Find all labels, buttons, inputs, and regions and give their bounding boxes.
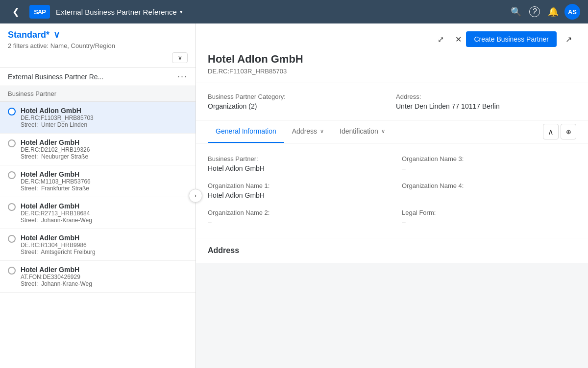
list-item-content: Hotel Adler GmbH DE.RC:M1103_HRB53766 St…: [21, 170, 188, 192]
left-panel-header: Standard* ∨ 2 filters active: Name, Coun…: [0, 23, 196, 68]
content-field-3: Organization Name 4: –: [402, 182, 576, 199]
list-item-content: Hotel Adler GmbH DE.RC:R2713_HRB18684 St…: [21, 202, 188, 224]
detail-header: ⤢ ✕ Hotel Adlon GmbH DE.RC:F1103R_HRB857…: [196, 23, 588, 83]
list-item-name: Hotel Adler GmbH: [21, 234, 188, 242]
list-item-street: Street: Neuburger Straße: [21, 153, 188, 160]
tabs-up-icon-button[interactable]: ∧: [543, 124, 559, 139]
address-label: Address:: [396, 93, 576, 100]
field-value: –: [208, 218, 212, 226]
expand-icon-button[interactable]: ⤢: [433, 31, 448, 47]
list-container: Hotel Adlon GmbH DE.RC:F1103R_HRB85703 S…: [0, 102, 196, 368]
content-area: Business Partner: Hotel Adlon GmbH Organ…: [196, 143, 588, 238]
field-value: –: [402, 218, 406, 226]
info-grid: Business Partner Category: Organization …: [208, 93, 576, 110]
category-field: Business Partner Category: Organization …: [208, 93, 388, 110]
tab-label: General Information: [216, 127, 276, 135]
address-field: Address: Unter Den Linden 77 10117 Berli…: [396, 93, 576, 110]
list-item-content: Hotel Adler GmbH AT.FON:DE330426929 Stre…: [21, 266, 188, 287]
list-item[interactable]: Hotel Adlon GmbH DE.RC:F1103R_HRB85703 S…: [0, 102, 196, 134]
content-field-0: Business Partner: Hotel Adlon GmbH: [208, 155, 382, 172]
list-item-content: Hotel Adlon GmbH DE.RC:F1103R_HRB85703 S…: [21, 107, 188, 128]
list-item-name: Hotel Adler GmbH: [21, 170, 188, 178]
sap-logo: SAP: [29, 5, 50, 19]
field-label: Business Partner:: [208, 155, 382, 162]
list-item[interactable]: Hotel Adler GmbH DE.RC:R2713_HRB18684 St…: [0, 197, 196, 229]
list-item-id: DE.RC:M1103_HRB53766: [21, 178, 188, 185]
tabs-toolbar: General InformationAddress∨Identificatio…: [196, 120, 588, 143]
detail-actions: Create Business Partner ↗: [466, 31, 576, 47]
expand-panel-button[interactable]: ›: [189, 189, 202, 203]
list-item-name: Hotel Adler GmbH: [21, 202, 188, 210]
create-business-partner-button[interactable]: Create Business Partner: [466, 31, 557, 47]
detail-header-icons: ⤢ ✕: [208, 31, 466, 47]
radio-button[interactable]: [8, 171, 16, 179]
tab-label: Address: [292, 127, 317, 135]
tab-identification[interactable]: Identification∨: [332, 120, 393, 143]
address-value: Unter Den Linden 77 10117 Berlin: [396, 102, 500, 110]
app-title: External Business Partner Reference ▾: [56, 8, 505, 16]
filter-expand-button[interactable]: ∨: [172, 52, 188, 63]
list-header: Business Partner: [0, 86, 196, 102]
chevron-down-icon: ∨: [178, 54, 182, 61]
search-icon[interactable]: 🔍: [511, 6, 521, 17]
list-item-content: Hotel Adler GmbH DE.RC:R1304_HRB9986 Str…: [21, 234, 188, 255]
app-title-chevron-icon[interactable]: ▾: [180, 9, 183, 15]
field-value: Hotel Adlon GmbH: [208, 191, 265, 199]
radio-button[interactable]: [8, 139, 16, 147]
list-item[interactable]: Hotel Adler GmbH DE.RC:M1103_HRB53766 St…: [0, 165, 196, 197]
content-field-1: Organization Name 3: –: [402, 155, 576, 172]
close-icon-button[interactable]: ✕: [450, 31, 466, 47]
radio-button[interactable]: [8, 203, 16, 211]
radio-button[interactable]: [8, 108, 16, 115]
tabs-right-icons: ∧ ⊕: [543, 124, 576, 139]
list-item-name: Hotel Adlon GmbH: [21, 107, 188, 115]
list-item-id: DE.RC:R1304_HRB9986: [21, 242, 188, 249]
category-label: Business Partner Category:: [208, 93, 388, 100]
list-item-street: Street: Frankfurter Straße: [21, 185, 188, 192]
tab-label: Identification: [340, 127, 378, 135]
help-icon[interactable]: ?: [529, 6, 540, 17]
radio-button[interactable]: [8, 267, 16, 275]
back-icon: ❮: [12, 6, 20, 17]
field-label: Organization Name 4:: [402, 182, 576, 189]
top-navigation: ❮ SAP External Business Partner Referenc…: [0, 0, 588, 23]
back-button[interactable]: ❮: [8, 4, 24, 20]
panel-title: External Business Partner Re...: [8, 73, 173, 81]
address-section-title: Address: [208, 246, 576, 255]
list-item[interactable]: Hotel Adler GmbH AT.FON:DE330426929 Stre…: [0, 261, 196, 293]
tab-chevron-icon: ∨: [381, 128, 385, 135]
more-options-button[interactable]: ···: [177, 71, 188, 82]
tabs-section: General InformationAddress∨Identificatio…: [196, 120, 588, 143]
list-item[interactable]: Hotel Adler GmbH DE.RC:D2102_HRB19326 St…: [0, 134, 196, 165]
field-label: Legal Form:: [402, 209, 576, 216]
content-field-5: Legal Form: –: [402, 209, 576, 226]
list-item-id: AT.FON:DE330426929: [21, 274, 188, 280]
detail-subtitle: DE.RC:F1103R_HRB85703: [208, 68, 466, 75]
tab-general-information[interactable]: General Information: [208, 120, 284, 143]
content-grid: Business Partner: Hotel Adlon GmbH Organ…: [208, 155, 576, 226]
detail-title: Hotel Adlon GmbH: [208, 53, 466, 66]
detail-title-area: ⤢ ✕ Hotel Adlon GmbH DE.RC:F1103R_HRB857…: [208, 31, 466, 75]
field-label: Organization Name 3:: [402, 155, 576, 162]
list-item[interactable]: Hotel Adler GmbH DE.RC:R1304_HRB9986 Str…: [0, 229, 196, 261]
info-section: Business Partner Category: Organization …: [196, 83, 588, 120]
tabs-pin-icon-button[interactable]: ⊕: [561, 124, 576, 139]
share-icon-button[interactable]: ↗: [561, 31, 576, 47]
list-item-street: Street: Johann-Krane-Weg: [21, 217, 188, 224]
nav-icons: 🔍 ? 🔔: [511, 6, 559, 17]
list-item-street: Street: Amtsgericht Freiburg: [21, 249, 188, 255]
field-value: –: [402, 164, 406, 172]
notification-icon[interactable]: 🔔: [548, 6, 559, 17]
list-item-id: DE.RC:D2102_HRB19326: [21, 146, 188, 153]
list-item-id: DE.RC:R2713_HRB18684: [21, 210, 188, 217]
standard-chevron-icon[interactable]: ∨: [53, 29, 60, 40]
left-panel: Standard* ∨ 2 filters active: Name, Coun…: [0, 23, 196, 368]
field-label: Organization Name 1:: [208, 182, 382, 189]
filters-text: 2 filters active: Name, Country/Region: [8, 42, 188, 49]
user-avatar[interactable]: AS: [564, 4, 580, 20]
tab-address[interactable]: Address∨: [284, 120, 332, 143]
content-field-2: Organization Name 1: Hotel Adlon GmbH: [208, 182, 382, 199]
radio-button[interactable]: [8, 235, 16, 243]
list-item-id: DE.RC:F1103R_HRB85703: [21, 115, 188, 121]
category-value: Organization (2): [208, 102, 257, 110]
